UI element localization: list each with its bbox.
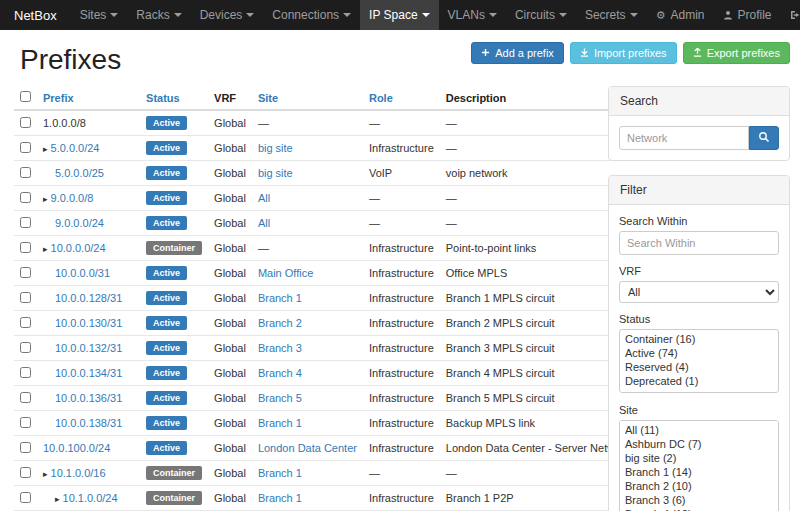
table-row: 10.0.0.134/31ActiveGlobalBranch 4Infrast… [14, 361, 636, 386]
import-prefixes-button[interactable]: Import prefixes [570, 42, 677, 64]
vrf-filter-select[interactable]: All [619, 281, 779, 303]
site-link[interactable]: Branch 3 [258, 342, 302, 354]
nav-item-devices[interactable]: Devices [191, 0, 264, 30]
prefix-cell: ▸10.0.0.0/24 [37, 236, 140, 261]
table-row: 10.0.0.138/31ActiveGlobalBranch 1Infrast… [14, 411, 636, 436]
site-link[interactable]: big site [258, 142, 293, 154]
search-input[interactable] [619, 126, 749, 150]
site-link[interactable]: All [258, 217, 270, 229]
search-within-label: Search Within [619, 215, 779, 227]
nav-item-secrets[interactable]: Secrets [576, 0, 647, 30]
row-checkbox[interactable] [20, 367, 31, 378]
prefix-link[interactable]: 10.0.0.128/31 [55, 292, 122, 304]
status-badge: Active [146, 191, 187, 205]
nav-item-circuits[interactable]: Circuits [506, 0, 576, 30]
prefix-link[interactable]: 10.0.0.130/31 [55, 317, 122, 329]
logout-menu-item[interactable]: Log out [781, 0, 800, 30]
filter-option[interactable]: Active (74) [622, 346, 776, 360]
table-row: 9.0.0.0/24ActiveGlobalAll—— [14, 211, 636, 236]
prefix-link[interactable]: 10.0.0.136/31 [55, 392, 122, 404]
prefix-link[interactable]: 10.0.0.132/31 [55, 342, 122, 354]
row-checkbox[interactable] [20, 467, 31, 478]
prefix-link[interactable]: 10.1.0.0/24 [63, 492, 118, 504]
site-link[interactable]: Branch 1 [258, 292, 302, 304]
add-prefix-button[interactable]: Add a prefix [471, 42, 564, 64]
prefix-link[interactable]: 9.0.0.0/24 [55, 217, 104, 229]
nav-item-connections[interactable]: Connections [263, 0, 360, 30]
site-link[interactable]: Branch 1 [258, 417, 302, 429]
row-checkbox[interactable] [20, 192, 31, 203]
filter-option[interactable]: big site (2) [622, 451, 776, 465]
filter-option[interactable]: Reserved (4) [622, 360, 776, 374]
prefix-link[interactable]: 9.0.0.0/8 [51, 192, 94, 204]
row-checkbox[interactable] [20, 442, 31, 453]
filter-option[interactable]: All (11) [622, 423, 776, 437]
filter-option[interactable]: Ashburn DC (7) [622, 437, 776, 451]
select-all-checkbox[interactable] [20, 91, 31, 102]
status-cell: Active [140, 211, 208, 236]
row-checkbox[interactable] [20, 492, 31, 503]
site-link[interactable]: Branch 1 [258, 492, 302, 504]
site-filter-select[interactable]: All (11)Ashburn DC (7)big site (2)Branch… [619, 420, 779, 511]
site-link[interactable]: Main Office [258, 267, 313, 279]
site-link[interactable]: Branch 1 [258, 467, 302, 479]
brand-logo[interactable]: NetBox [0, 0, 71, 30]
filter-option[interactable]: Deprecated (1) [622, 374, 776, 388]
column-sort-link[interactable]: Role [369, 92, 393, 104]
column-sort-link[interactable]: Prefix [43, 92, 74, 104]
filter-option[interactable]: Branch 4 (12) [622, 507, 776, 511]
row-checkbox[interactable] [20, 242, 31, 253]
site-link[interactable]: Branch 2 [258, 317, 302, 329]
site-link[interactable]: London Data Center [258, 442, 357, 454]
column-sort-link[interactable]: Status [146, 92, 180, 104]
export-prefixes-button[interactable]: Export prefixes [683, 42, 790, 64]
nav-item-ip-space[interactable]: IP Space [360, 0, 438, 30]
site-cell: All [252, 211, 363, 236]
row-checkbox[interactable] [20, 342, 31, 353]
row-checkbox[interactable] [20, 267, 31, 278]
site-cell: big site [252, 161, 363, 186]
prefix-link[interactable]: 5.0.0.0/25 [55, 167, 104, 179]
row-checkbox[interactable] [20, 392, 31, 403]
prefix-link[interactable]: 10.0.0.0/31 [55, 267, 110, 279]
site-link[interactable]: big site [258, 167, 293, 179]
prefix-link[interactable]: 10.0.0.138/31 [55, 417, 122, 429]
row-checkbox[interactable] [20, 142, 31, 153]
role-cell: Infrastructure [363, 136, 440, 161]
filter-option[interactable]: Branch 2 (10) [622, 479, 776, 493]
row-checkbox[interactable] [20, 167, 31, 178]
vrf-cell: Global [208, 261, 252, 286]
prefix-link[interactable]: 10.1.0.0/16 [51, 467, 106, 479]
nav-item-label: IP Space [369, 8, 417, 22]
prefix-link[interactable]: 10.0.100.0/24 [43, 442, 110, 454]
site-link[interactable]: Branch 5 [258, 392, 302, 404]
admin-menu-item[interactable]: ⚙ Admin [647, 0, 714, 30]
prefix-link[interactable]: 10.0.0.134/31 [55, 367, 122, 379]
vrf-cell: Global [208, 436, 252, 461]
prefix-link[interactable]: 10.0.0.0/24 [51, 242, 106, 254]
site-link[interactable]: All [258, 192, 270, 204]
role-cell: Infrastructure [363, 261, 440, 286]
prefix-link[interactable]: 5.0.0.0/24 [51, 142, 100, 154]
row-checkbox[interactable] [20, 217, 31, 228]
nav-item-vlans[interactable]: VLANs [439, 0, 506, 30]
row-checkbox[interactable] [20, 417, 31, 428]
filter-option[interactable]: Container (16) [622, 332, 776, 346]
table-row: 10.0.0.128/31ActiveGlobalBranch 1Infrast… [14, 286, 636, 311]
table-row: ▸10.1.0.0/24ContainerGlobalBranch 1Infra… [14, 486, 636, 511]
search-within-input[interactable] [619, 231, 779, 255]
site-link[interactable]: Branch 4 [258, 367, 302, 379]
nav-item-sites[interactable]: Sites [71, 0, 128, 30]
column-sort-link[interactable]: Site [258, 92, 278, 104]
profile-menu-item[interactable]: Profile [714, 0, 781, 30]
search-button[interactable] [749, 126, 779, 150]
row-checkbox[interactable] [20, 317, 31, 328]
status-badge: Active [146, 141, 187, 155]
row-checkbox[interactable] [20, 117, 31, 128]
status-badge: Active [146, 441, 187, 455]
row-checkbox[interactable] [20, 292, 31, 303]
status-filter-select[interactable]: Container (16)Active (74)Reserved (4)Dep… [619, 329, 779, 393]
nav-item-racks[interactable]: Racks [127, 0, 190, 30]
filter-option[interactable]: Branch 1 (14) [622, 465, 776, 479]
filter-option[interactable]: Branch 3 (6) [622, 493, 776, 507]
